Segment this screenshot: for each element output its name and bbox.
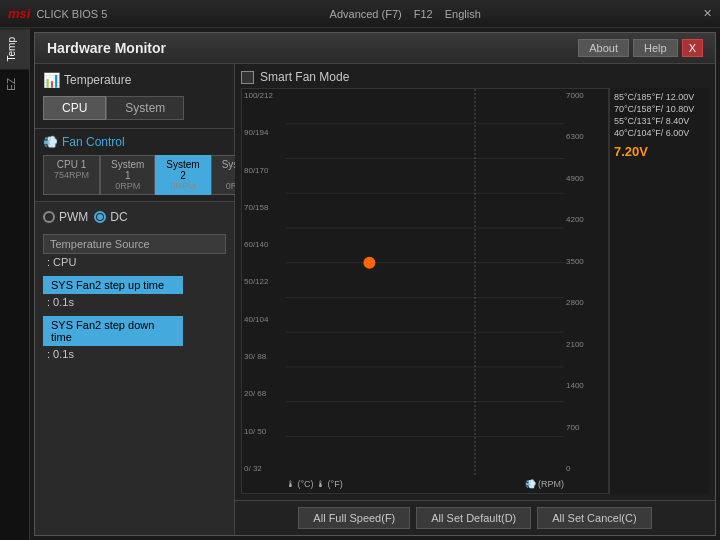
fan-tab-sys2[interactable]: System 2 0RPM: [155, 155, 210, 195]
chart-bottom-icons: 🌡 (°C) 🌡 (°F) 💨 (RPM): [286, 475, 564, 493]
step-up-val: : 0.1s: [43, 296, 226, 308]
pwm-radio-dot: [43, 211, 55, 223]
y-left-1: 90/194: [244, 128, 284, 137]
right-section: Smart Fan Mode 100/212 90/194 80/170 70/…: [235, 64, 715, 535]
y-left-0: 100/212: [244, 91, 284, 100]
y-left-10: 0/ 32: [244, 464, 284, 473]
help-button[interactable]: Help: [633, 39, 678, 57]
fan-tab-sys1[interactable]: System 1 0RPM: [100, 155, 155, 195]
main-content: Temp EZ Hardware Monitor About Help X 📊 …: [0, 28, 720, 540]
close-button[interactable]: X: [682, 39, 703, 57]
all-set-cancel-button[interactable]: All Set Cancel(C): [537, 507, 651, 529]
fan-tab-cpu1-rpm: 754RPM: [54, 170, 89, 180]
y-labels-left: 100/212 90/194 80/170 70/158 60/140 50/1…: [242, 89, 286, 475]
step-down-val: : 0.1s: [43, 348, 226, 360]
fan-tab-sys1-rpm: 0RPM: [111, 181, 144, 191]
dc-radio[interactable]: DC: [94, 210, 127, 224]
rpm-axis-icon: 💨 (RPM): [525, 479, 565, 489]
dc-radio-inner: [97, 214, 103, 220]
chart-wrapper: 100/212 90/194 80/170 70/158 60/140 50/1…: [241, 88, 709, 494]
y-left-5: 50/122: [244, 277, 284, 286]
volt-reading-0: 85°C/185°F/ 12.00V: [614, 92, 705, 102]
hw-window-title: Hardware Monitor: [47, 40, 166, 56]
hw-body: 📊 Temperature CPU System 💨 Fan Control: [35, 64, 715, 535]
temp-label: Temperature: [64, 73, 131, 87]
fan-tab-cpu1[interactable]: CPU 1 754RPM: [43, 155, 100, 195]
y-right-4: 3500: [566, 257, 606, 266]
cpu-sys-tabs: CPU System: [43, 96, 226, 120]
sidebar: Temp EZ: [0, 28, 30, 540]
fan-tab-sys1-label: System 1: [111, 159, 144, 181]
y-left-7: 30/ 88: [244, 352, 284, 361]
fan-icon: 💨: [43, 135, 58, 149]
voltage-panel: 85°C/185°F/ 12.00V 70°C/158°F/ 10.80V 55…: [609, 88, 709, 494]
temp-section: 📊 Temperature CPU System: [35, 64, 234, 129]
y-right-8: 700: [566, 423, 606, 432]
smart-fan-label: Smart Fan Mode: [260, 70, 349, 84]
about-button[interactable]: About: [578, 39, 629, 57]
fan-label: Fan Control: [62, 135, 125, 149]
temp-icon: 📊: [43, 72, 60, 88]
pwm-dc-row: PWM DC: [43, 210, 226, 224]
volt-reading-3: 40°C/104°F/ 6.00V: [614, 128, 705, 138]
volt-reading-1: 70°C/158°F/ 10.80V: [614, 104, 705, 114]
tab-cpu[interactable]: CPU: [43, 96, 106, 120]
fan-header: 💨 Fan Control: [43, 135, 226, 149]
fan-section: 💨 Fan Control CPU 1 754RPM System 1 0RPM: [35, 129, 234, 202]
bottom-action-bar: All Full Speed(F) All Set Default(D) All…: [235, 500, 715, 535]
top-bar-center: Advanced (F7) F12 English: [330, 8, 481, 20]
chart-svg: [286, 89, 564, 475]
y-right-1: 6300: [566, 132, 606, 141]
tab-system[interactable]: System: [106, 96, 184, 120]
y-right-3: 4200: [566, 215, 606, 224]
left-panel: 📊 Temperature CPU System 💨 Fan Control: [35, 64, 235, 535]
temp-source-val: : CPU: [43, 256, 226, 268]
volt-current: 7.20V: [614, 144, 705, 159]
dc-label: DC: [110, 210, 127, 224]
volt-reading-2: 55°C/131°F/ 8.40V: [614, 116, 705, 126]
y-left-3: 70/158: [244, 203, 284, 212]
all-full-speed-button[interactable]: All Full Speed(F): [298, 507, 410, 529]
chart-container: 100/212 90/194 80/170 70/158 60/140 50/1…: [241, 88, 609, 494]
dc-radio-dot: [94, 211, 106, 223]
smart-fan-checkbox[interactable]: [241, 71, 254, 84]
hw-title-buttons: About Help X: [578, 39, 703, 57]
pwm-radio[interactable]: PWM: [43, 210, 88, 224]
hw-monitor: Hardware Monitor About Help X 📊 Temperat…: [34, 32, 716, 536]
step-up-button[interactable]: SYS Fan2 step up time: [43, 276, 183, 294]
y-right-2: 4900: [566, 174, 606, 183]
sidebar-item-ez[interactable]: EZ: [0, 69, 29, 99]
smart-fan-row: Smart Fan Mode: [241, 70, 709, 84]
top-bar: msi CLICK BIOS 5 Advanced (F7) F12 Engli…: [0, 0, 720, 28]
hw-title-bar: Hardware Monitor About Help X: [35, 33, 715, 64]
controls-area: PWM DC Temperature Source : CPU SYS Fan2…: [35, 202, 234, 535]
temp-source-btn[interactable]: Temperature Source: [43, 234, 226, 254]
y-right-6: 2100: [566, 340, 606, 349]
y-right-5: 2800: [566, 298, 606, 307]
y-left-6: 40/104: [244, 315, 284, 324]
top-bar-left: msi CLICK BIOS 5: [8, 6, 107, 21]
svg-point-11: [363, 257, 375, 269]
y-right-9: 0: [566, 464, 606, 473]
msi-logo: msi: [8, 6, 30, 21]
fan-tabs: CPU 1 754RPM System 1 0RPM System 2 0RPM: [43, 155, 226, 195]
f12-label[interactable]: F12: [414, 8, 433, 20]
y-right-0: 7000: [566, 91, 606, 100]
y-left-2: 80/170: [244, 166, 284, 175]
fan-tab-sys2-label: System 2: [166, 159, 199, 181]
temp-axis-icon: 🌡 (°C) 🌡 (°F): [286, 479, 343, 489]
y-left-9: 10/ 50: [244, 427, 284, 436]
close-icon[interactable]: ✕: [703, 7, 712, 20]
y-left-4: 60/140: [244, 240, 284, 249]
language-label[interactable]: English: [445, 8, 481, 20]
all-set-default-button[interactable]: All Set Default(D): [416, 507, 531, 529]
sidebar-item-temp[interactable]: Temp: [0, 28, 29, 69]
step-down-button[interactable]: SYS Fan2 step down time: [43, 316, 183, 346]
fan-tab-cpu1-label: CPU 1: [54, 159, 89, 170]
y-right-7: 1400: [566, 381, 606, 390]
bios-title: CLICK BIOS 5: [36, 8, 107, 20]
fan-tab-sys2-rpm: 0RPM: [166, 181, 199, 191]
chart-area[interactable]: [286, 89, 564, 475]
temp-section-header: 📊 Temperature: [43, 72, 226, 88]
top-bar-right: ✕: [703, 7, 712, 20]
